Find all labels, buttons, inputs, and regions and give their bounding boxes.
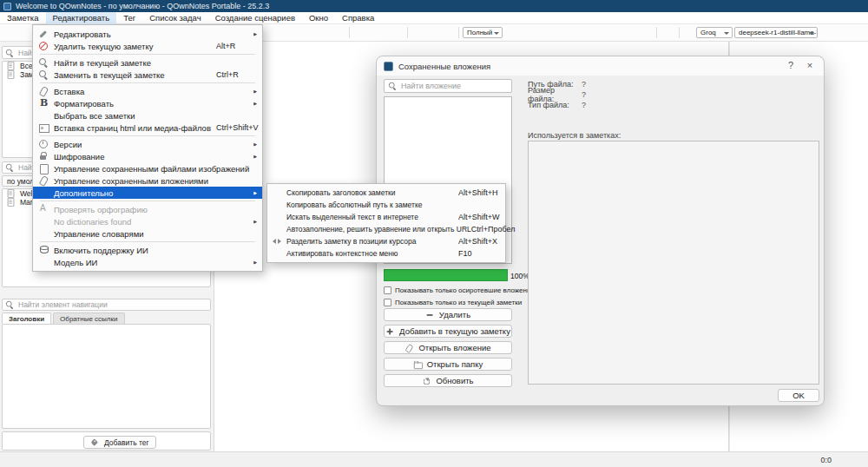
menubar-item[interactable]: Тег — [116, 12, 142, 24]
menu-item[interactable]: Версии ▶ — [33, 138, 262, 150]
submenu-item[interactable]: Скопировать заголовок заметки Alt+Shift+… — [267, 187, 505, 199]
submenu-arrow-icon: ▶ — [250, 141, 257, 147]
dialog-checkbox[interactable]: Показывать только из текущей заметки — [384, 296, 523, 308]
menu-item[interactable]: No dictionaries found ▶ — [33, 215, 262, 227]
dialog-button[interactable]: Удалить — [384, 308, 512, 321]
menu-separator — [40, 82, 255, 83]
add-tag-button[interactable]: Добавить тег — [83, 436, 156, 449]
toolbar-icon[interactable] — [318, 27, 328, 37]
dialog-titlebar: Сохраненные вложения — [377, 56, 824, 76]
checkbox-box[interactable] — [384, 299, 391, 306]
submenu-item[interactable]: Активировать контекстное меню F10 — [267, 247, 505, 260]
toolbar-icon[interactable] — [352, 27, 363, 37]
toolbar-icon[interactable] — [587, 27, 597, 37]
attachment-search-input[interactable] — [401, 82, 508, 90]
menu-item[interactable]: Форматировать ▶ — [33, 97, 262, 109]
navigation-panel — [2, 324, 211, 429]
bold-icon — [38, 98, 49, 109]
clock-icon — [38, 139, 49, 149]
navigation-search[interactable] — [2, 299, 211, 311]
menu-item[interactable]: Включить поддержку ИИ ▶ — [33, 244, 262, 256]
ai-model-select[interactable]: deepseek-r1-distill-llama-70b — [734, 27, 818, 38]
checkbox-box[interactable] — [384, 286, 391, 294]
menu-item[interactable]: Проверять орфографию ▶ — [33, 203, 262, 215]
toolbar-icon[interactable] — [267, 27, 278, 37]
menu-item[interactable]: Вставка страниц html или медиа-файлов Ct… — [33, 122, 262, 134]
menu-separator — [40, 201, 255, 201]
toolbar-icon[interactable] — [285, 27, 295, 37]
submenu-item[interactable]: Автозаполнение, решить уравнение или отк… — [267, 223, 505, 235]
menu-item[interactable]: Шифрование ▶ — [33, 150, 262, 162]
toolbar-icon[interactable] — [390, 27, 400, 37]
dialog-button[interactable]: Открыть папку — [384, 358, 512, 371]
menu-item[interactable]: Модель ИИ ▶ — [33, 256, 262, 268]
toolbar-icon[interactable] — [540, 27, 550, 37]
toolbar-icon[interactable] — [506, 27, 516, 37]
dialog-button[interactable]: Добавить в текущую заметку — [384, 325, 512, 338]
toolbar-icon[interactable] — [621, 27, 631, 37]
file-card-icon — [38, 163, 49, 174]
view-mode-select[interactable]: Полный — [463, 27, 503, 38]
toolbar-icon[interactable] — [556, 27, 566, 37]
menu-separator — [40, 135, 255, 136]
used-in-notes-label: Используется в заметках: — [528, 131, 621, 140]
file-info-row: Тип файла:? — [528, 100, 701, 110]
toolbar-icon[interactable] — [661, 27, 672, 37]
toolbar-icon[interactable] — [5, 27, 16, 37]
menu-item[interactable]: Управление сохраненными файлами изображе… — [33, 162, 262, 174]
toolbar-icon[interactable] — [302, 27, 312, 37]
menu-item[interactable]: Найти в текущей заметке ▶ — [33, 56, 262, 69]
submenu-arrow-icon: ▶ — [250, 154, 257, 159]
dialog-button[interactable]: Открыть вложение — [384, 341, 512, 354]
app-icon — [3, 3, 11, 10]
toolbar-icon[interactable] — [337, 27, 347, 37]
menubar-item[interactable]: Создание сценариев — [208, 12, 302, 24]
menu-item[interactable]: Выбрать все заметки ▶ — [33, 109, 262, 122]
doc-icon — [6, 198, 15, 207]
submenu-arrow-icon: ▶ — [250, 101, 257, 106]
paperclip-icon — [38, 175, 49, 186]
toolbar-icon[interactable] — [433, 27, 444, 37]
menubar-item[interactable]: Редактировать — [46, 12, 117, 24]
menu-item[interactable]: Редактировать ▶ — [33, 28, 262, 40]
menubar-item[interactable]: Заметка — [0, 12, 46, 24]
toolbar-icon[interactable] — [603, 27, 614, 37]
submenu-item[interactable]: Разделить заметку в позиции курсора Alt+… — [267, 235, 505, 247]
ai-provider-select[interactable]: Groq — [696, 27, 733, 38]
menubar-item[interactable]: Список задач — [142, 12, 207, 24]
navigation-tab[interactable]: Заголовки — [2, 312, 51, 324]
dialog-checkbox[interactable]: Показывать только осиротевшие вложения — [384, 284, 523, 296]
search-icon — [38, 69, 49, 80]
menu-separator — [40, 54, 255, 55]
spellcheck-icon — [38, 204, 49, 214]
menubar-item[interactable]: Окно — [302, 12, 335, 24]
dialog-help-button[interactable]: ? — [784, 59, 798, 72]
navigation-tab[interactable]: Обратные ссылки — [53, 312, 124, 324]
dialog-title: Сохраненные вложения — [398, 62, 490, 71]
menu-item[interactable]: Вставка ▶ — [33, 85, 262, 97]
menu-item[interactable]: Дополнительно ▶ — [33, 187, 262, 199]
dialog-close-button[interactable]: × — [803, 59, 817, 72]
toolbar-icon[interactable] — [372, 27, 382, 37]
toolbar-icon[interactable] — [570, 27, 581, 37]
toolbar-icon[interactable] — [682, 27, 693, 37]
search-plus-icon — [38, 57, 49, 68]
submenu-item[interactable]: Копировать абсолютный путь к заметке — [267, 199, 505, 211]
toolbar-icon[interactable] — [638, 27, 648, 37]
navigation-search-input[interactable] — [18, 300, 207, 309]
toolbar-icon[interactable] — [412, 27, 423, 37]
edit-menu-popup: Редактировать ▶ Удалить текущую заметку … — [32, 24, 263, 272]
submenu-item[interactable]: Искать выделенный текст в интернете Alt+… — [267, 211, 505, 223]
menubar-item[interactable]: Справка — [335, 12, 381, 24]
menu-item[interactable]: Управление сохраненными вложениями ▶ — [33, 174, 262, 187]
menu-item[interactable]: Управление словарями ▶ — [33, 227, 262, 240]
toolbar-icon[interactable] — [524, 27, 535, 37]
doc-icon — [6, 189, 15, 198]
attachment-search[interactable] — [384, 79, 512, 93]
ok-button[interactable]: OK — [778, 389, 819, 402]
menu-item[interactable]: Заменить в текущей заметке Ctrl+R ▶ — [33, 69, 262, 81]
dialog-button[interactable]: Обновить — [384, 374, 512, 387]
submenu-arrow-icon: ▶ — [250, 219, 257, 224]
menu-item[interactable]: Удалить текущую заметку Alt+R ▶ — [33, 40, 262, 52]
toolbar-icon[interactable] — [447, 27, 457, 37]
